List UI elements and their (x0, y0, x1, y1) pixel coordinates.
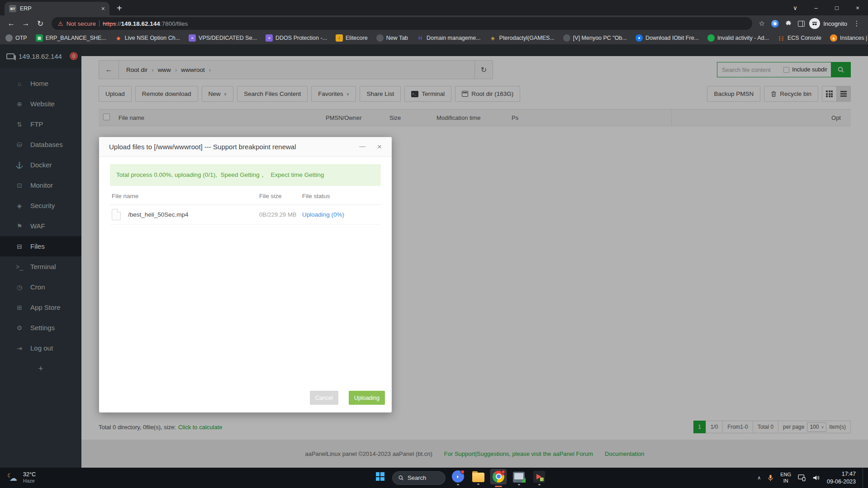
forward-icon[interactable]: → (19, 17, 33, 30)
bookmark-favicon (5, 34, 13, 42)
bookmark-erp-balance-sheet[interactable]: ▦ERP_BALANCE_SHE... (36, 34, 106, 42)
upload-file-status: Uploading (0%) (302, 211, 381, 218)
browser-menu-icon[interactable]: ⋮ (852, 19, 862, 28)
bookmark-new-tab[interactable]: New Tab (376, 34, 408, 42)
taskbar-search-label: Search (408, 474, 426, 481)
bookmark-menyoo[interactable]: [V] Menyoo PC "Ob... (563, 34, 627, 42)
bookmark-pterodactyl[interactable]: ◈Pterodactyl(GAMES... (489, 34, 555, 42)
upload-file-row[interactable]: /best_heli_50Sec.mp4 0B/229.29 MB Upload… (110, 205, 381, 225)
remote-desktop-button[interactable] (511, 468, 527, 488)
spy-glyph (811, 20, 818, 27)
bookmark-vps-dedicated[interactable]: ≡VPS/DEDICATED Se... (189, 34, 257, 42)
cancel-button[interactable]: Cancel (310, 391, 338, 405)
tab-search-chevron-icon[interactable]: ∨ (785, 0, 806, 15)
not-secure-label: Not secure (66, 20, 96, 27)
file-explorer-button[interactable] (470, 468, 486, 488)
speaker-icon[interactable] (812, 474, 820, 481)
bookmark-otp[interactable]: OTP (5, 34, 27, 42)
screen: BT ERP × + ∨ – □ × ← → ↻ ⚠ Not secure ht… (0, 0, 868, 488)
notification-dot (460, 470, 465, 474)
file-explorer-icon (472, 473, 484, 482)
bookmark-domain-management[interactable]: HDomain manageme... (417, 34, 481, 42)
bookmark-label: Live NSE Option Ch... (125, 35, 180, 41)
chat-app-button[interactable]: ◗ (450, 468, 466, 488)
bookmark-favicon: ≡ (266, 34, 273, 42)
system-tray: ∧ ENG IN 17:47 09-06-2023 (757, 468, 864, 488)
bookmark-favicon: H (417, 34, 424, 42)
bookmark-label: New Tab (386, 35, 408, 41)
cast-screen-icon[interactable] (798, 474, 806, 481)
bookmark-favicon: ● (636, 34, 643, 42)
bookmark-iobit[interactable]: ●Download IObit Fre... (636, 34, 699, 42)
browser-tab-strip: BT ERP × + ∨ – □ × (0, 0, 868, 15)
remote-desktop-icon (513, 472, 525, 483)
bookmark-favicon: [-] (778, 34, 785, 42)
bookmark-label: ERP_BALANCE_SHE... (46, 35, 106, 41)
browser-tab[interactable]: BT ERP × (5, 2, 109, 15)
window-close-button[interactable]: × (847, 0, 868, 15)
browser-toolbar: ← → ↻ ⚠ Not secure https://149.18.62.144… (0, 15, 868, 32)
upload-column-file-name: File name (110, 193, 259, 199)
tab-close-icon[interactable]: × (101, 5, 105, 12)
bookmark-invalid-activity[interactable]: Invalid activity - Ad... (707, 34, 769, 42)
incognito-badge: Incognito (809, 18, 847, 29)
bookmark-ecs-console[interactable]: [-]ECS Console (778, 34, 821, 42)
bookmark-label: VPS/DEDICATED Se... (199, 35, 257, 41)
upload-file-size: 0B/229.29 MB (259, 211, 302, 218)
bookmark-live-nse[interactable]: ◆Live NSE Option Ch... (115, 34, 180, 42)
notification-dot (501, 470, 505, 474)
cloud-icon: ☁ (9, 474, 17, 483)
incognito-spy-icon (809, 18, 820, 29)
url-path: :7800/files (160, 20, 188, 27)
side-panel-icon[interactable] (798, 21, 805, 27)
weather-condition: Haze (23, 478, 36, 484)
bookmarks-bar: OTP ▦ERP_BALANCE_SHE... ◆Live NSE Option… (0, 32, 868, 44)
url-scheme: https (103, 20, 116, 27)
language-bottom: IN (783, 478, 788, 484)
taskbar: ☾ ☁ 32°C Haze Search ◗ ∧ ENG (0, 468, 868, 488)
dialog-minimize-icon[interactable]: — (359, 142, 365, 152)
language-top: ENG (780, 472, 791, 478)
show-desktop-button[interactable] (863, 468, 864, 488)
bookmark-elitecore[interactable]: iElitecore (336, 34, 368, 42)
media-player-button[interactable] (531, 468, 547, 488)
reload-icon[interactable]: ↻ (33, 17, 47, 30)
upload-dialog-titlebar: Upload files to [/www/wwwroot] --- Suppo… (99, 137, 392, 157)
window-minimize-button[interactable]: – (806, 0, 826, 15)
chrome-button[interactable] (490, 468, 507, 488)
microphone-icon[interactable] (768, 474, 773, 482)
clock[interactable]: 17:47 09-06-2023 (827, 470, 856, 485)
bookmark-star-icon[interactable]: ☆ (757, 19, 767, 28)
upload-dialog-body: Total process 0.00%, uploading (0/1), Sp… (99, 157, 392, 225)
upload-dialog-title: Upload files to [/www/wwwroot] --- Suppo… (109, 143, 296, 151)
dialog-close-icon[interactable]: × (377, 142, 382, 152)
windows-logo-icon (376, 472, 384, 481)
window-restore-button[interactable]: □ (826, 0, 847, 15)
incognito-label: Incognito (823, 20, 847, 27)
new-tab-button[interactable]: + (109, 3, 129, 15)
uploading-button[interactable]: Uploading (349, 391, 385, 405)
tab-title: ERP (20, 5, 32, 12)
tray-chevron-up-icon[interactable]: ∧ (757, 475, 761, 481)
upload-file-name: /best_heli_50Sec.mp4 (128, 211, 189, 218)
bookmark-lightsail[interactable]: ▲Instances | Lightsail (830, 34, 868, 42)
bookmark-label: OTP (15, 35, 27, 41)
bookmark-favicon: ▲ (830, 34, 837, 42)
puzzle-glyph (785, 20, 792, 27)
back-icon[interactable]: ← (5, 17, 18, 30)
upload-table-header: File name File size File status (110, 186, 381, 205)
bookmark-favicon (563, 34, 570, 42)
language-indicator[interactable]: ENG IN (780, 472, 791, 484)
weather-temp: 32°C (23, 471, 36, 479)
start-button[interactable] (372, 468, 388, 488)
bookmark-ddos-protection[interactable]: ≡DDOS Protection -... (266, 34, 327, 42)
bookmark-label: [V] Menyoo PC "Ob... (573, 35, 627, 41)
weather-widget[interactable]: ☾ ☁ 32°C Haze (0, 468, 43, 488)
address-bar[interactable]: ⚠ Not secure https://149.18.62.144:7800/… (52, 17, 752, 30)
taskbar-search[interactable]: Search (392, 471, 446, 485)
dialog-buttons: Cancel Uploading (310, 391, 385, 405)
extensions-puzzle-icon[interactable] (783, 20, 793, 27)
upload-column-file-status: File status (302, 193, 381, 199)
extension-icon-blue[interactable] (771, 20, 779, 28)
weather-icon: ☾ ☁ (7, 473, 19, 483)
